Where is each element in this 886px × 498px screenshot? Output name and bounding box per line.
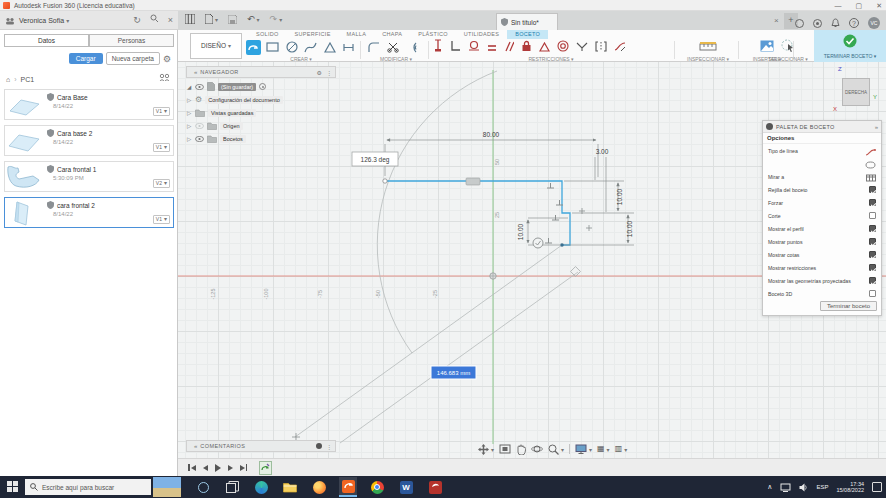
comments-header[interactable]: « COMENTARIOS ⋮ [186, 440, 336, 452]
tab-utilidades[interactable]: UTILIDADES [456, 30, 507, 39]
orbit-icon[interactable] [531, 443, 543, 455]
navigator-item[interactable]: ▷ Origen [186, 119, 336, 132]
panel-settings-icon[interactable]: ⚙ [163, 54, 171, 64]
checkbox-show-constraints[interactable] [869, 264, 876, 271]
taskbar-red-app-icon[interactable] [426, 477, 444, 497]
trim-tool-icon[interactable] [385, 40, 400, 55]
tab-datos[interactable]: Datos [4, 34, 89, 47]
start-button[interactable] [7, 478, 18, 496]
checkbox-show-profile[interactable] [869, 225, 876, 232]
navigator-item[interactable]: ▷ Bocetos [186, 132, 336, 145]
pan-hand-icon[interactable] [516, 444, 526, 455]
navigator-settings-icon[interactable]: ⚙ [317, 69, 322, 76]
polygon-constraint-icon[interactable] [539, 38, 550, 56]
minimize-button[interactable]: — [835, 0, 842, 11]
eye-icon-dimmed[interactable] [195, 123, 204, 129]
parallel-constraint-icon[interactable] [504, 38, 514, 56]
look-at-icon[interactable] [866, 168, 876, 186]
taskbar-cortana-icon[interactable] [194, 477, 212, 497]
fit-view-icon[interactable] [499, 444, 511, 454]
extensions-icon[interactable] [813, 19, 822, 28]
expander-icon[interactable]: ▷ [186, 97, 192, 103]
grid-snap-icon[interactable]: ▦ [597, 444, 610, 454]
document-card-selected[interactable]: cara frontal 2 8/14/22 V1 [4, 197, 174, 228]
collaborate-icon[interactable] [159, 73, 170, 83]
curvature-constraint-icon[interactable] [614, 38, 626, 56]
navigator-root-label[interactable]: (Sin guardar) [218, 83, 256, 91]
maximize-button[interactable]: ▢ [856, 0, 863, 11]
checkbox-sketch-grid[interactable] [869, 186, 876, 193]
expander-icon[interactable]: ◢ [186, 84, 192, 90]
job-status-icon[interactable] [795, 19, 804, 28]
version-chip[interactable]: V1 [153, 143, 170, 152]
sketch-canvas[interactable]: 80.00 126.3 deg 3.00 10.00 10.00 10.00 [178, 62, 886, 458]
midpoint-constraint-icon[interactable] [576, 38, 588, 56]
palette-collapse-icon[interactable]: » [875, 124, 878, 130]
close-panel-icon[interactable]: × [168, 14, 173, 27]
zoom-icon[interactable] [548, 444, 564, 455]
display-settings-icon[interactable] [575, 444, 592, 454]
taskbar-firefox-icon[interactable] [310, 477, 328, 497]
viewports-icon[interactable]: ▥ [615, 444, 628, 454]
expander-icon[interactable]: ▷ [186, 123, 192, 129]
taskbar-edge-icon[interactable] [252, 477, 270, 497]
taskbar-search-box[interactable]: Escribe aquí para buscar [25, 479, 151, 495]
collapse-icon[interactable]: « [194, 69, 197, 75]
help-icon[interactable]: ? [849, 18, 859, 28]
navigator-item[interactable]: ▷ ⚙ Configuración del documento [186, 93, 336, 106]
navigator-item[interactable]: ▷ Vistas guardadas [186, 106, 336, 119]
viewcube-face[interactable]: DERECHA [842, 78, 870, 106]
tab-chapa[interactable]: CHAPA [374, 30, 410, 39]
tray-language-indicator[interactable]: ESP [816, 484, 828, 490]
checkbox-show-projected-geometry[interactable] [869, 277, 876, 284]
navigator-more-icon[interactable]: ⋮ [326, 69, 332, 76]
redo-icon[interactable]: ↷ [270, 14, 283, 24]
active-document-tab[interactable]: Sin título* [496, 13, 558, 30]
taskbar-fusion360-icon[interactable] [339, 477, 357, 497]
document-card[interactable]: Cara frontal 1 5:30:09 PM V2 [4, 161, 174, 192]
navigator-item-label[interactable]: Configuración del documento [205, 96, 283, 104]
comments-more-icon[interactable]: ⋮ [326, 443, 332, 450]
save-icon[interactable] [228, 15, 237, 24]
navigator-root-row[interactable]: ◢ (Sin guardar) [186, 80, 336, 93]
equal-constraint-icon[interactable] [487, 38, 497, 56]
spline-tool-icon[interactable] [303, 40, 318, 55]
timeline-skip-start-button[interactable] [188, 464, 196, 471]
palette-options-section[interactable]: Opciones [763, 133, 881, 144]
palette-menu-icon[interactable] [766, 123, 773, 130]
tab-malla[interactable]: MALLA [339, 30, 375, 39]
rectangle-tool-icon[interactable] [265, 40, 280, 55]
taskbar-task-view-icon[interactable] [223, 477, 241, 497]
close-tab-icon[interactable]: × [774, 16, 779, 25]
checkbox-snap[interactable] [869, 199, 876, 206]
symmetry-constraint-icon[interactable] [595, 38, 607, 56]
tray-volume-icon[interactable] [799, 478, 808, 496]
timeline-step-back-button[interactable] [203, 465, 208, 471]
finish-sketch-palette-button[interactable]: Terminar boceto [820, 301, 877, 311]
weather-widget[interactable] [153, 477, 181, 497]
timeline-step-forward-button[interactable] [228, 465, 233, 471]
create-sketch-icon[interactable] [246, 40, 261, 55]
workspace-selector[interactable]: DISEÑO [190, 33, 242, 59]
search-icon[interactable] [150, 14, 159, 27]
navigator-item-label[interactable]: Vistas guardadas [208, 109, 256, 117]
polygon-tool-icon[interactable] [322, 40, 337, 55]
eye-icon[interactable] [195, 136, 204, 142]
circle-tool-icon[interactable] [284, 40, 299, 55]
checkbox-show-points[interactable] [869, 238, 876, 245]
eye-icon[interactable] [195, 84, 204, 90]
expander-icon[interactable]: ▷ [186, 136, 192, 142]
select-cursor-icon[interactable] [781, 38, 795, 56]
finish-sketch-button[interactable]: TERMINAR BOCETO ▾ [814, 30, 886, 62]
sketch-dimension-icon[interactable] [433, 38, 443, 56]
checkbox-show-dimensions[interactable] [869, 251, 876, 258]
home-icon[interactable]: ⌂ [6, 76, 10, 83]
tab-personas[interactable]: Personas [89, 34, 174, 47]
refresh-icon[interactable]: ↻ [133, 14, 141, 27]
user-avatar[interactable]: VC [868, 17, 880, 29]
team-selector[interactable]: Veronica Sofia [19, 17, 69, 24]
concentric-constraint-icon[interactable] [557, 38, 569, 56]
taskbar-word-icon[interactable]: W [397, 477, 415, 497]
horizontal-vertical-constraint-icon[interactable] [450, 38, 461, 56]
tangent-constraint-icon[interactable] [468, 38, 480, 56]
